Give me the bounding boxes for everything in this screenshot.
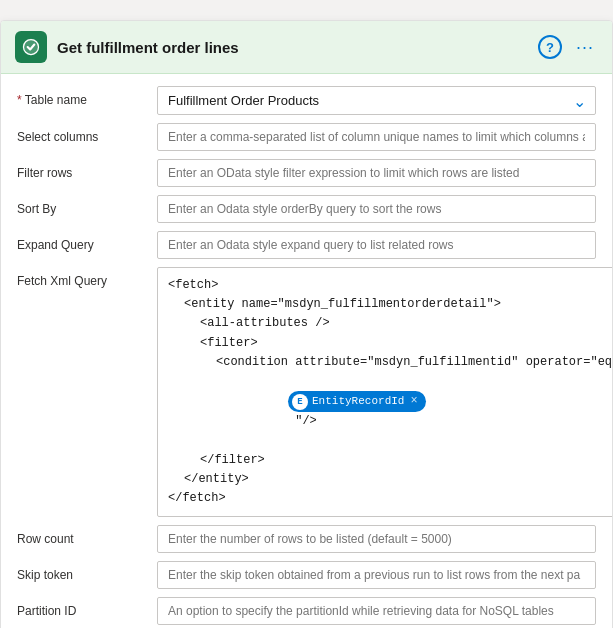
xml-line-8: </fetch> xyxy=(168,489,613,508)
token-icon: E xyxy=(292,394,308,410)
row-count-row: Row count xyxy=(17,525,596,553)
header-actions: ? ··· xyxy=(538,35,598,59)
filter-rows-input[interactable] xyxy=(157,159,596,187)
sort-by-label: Sort By xyxy=(17,195,157,218)
filter-rows-row: Filter rows xyxy=(17,159,596,187)
fetch-xml-label: Fetch Xml Query xyxy=(17,267,157,290)
help-button[interactable]: ? xyxy=(538,35,562,59)
expand-query-row: Expand Query xyxy=(17,231,596,259)
xml-line-4: <condition attribute="msdyn_fulfillmenti… xyxy=(168,353,613,372)
xml-line-2: <all-attributes /> xyxy=(168,314,613,333)
select-columns-row: Select columns xyxy=(17,123,596,151)
partition-id-row: Partition ID xyxy=(17,597,596,625)
app-icon xyxy=(15,31,47,63)
sort-by-row: Sort By xyxy=(17,195,596,223)
xml-suffix: "/> xyxy=(288,414,317,428)
select-columns-input[interactable] xyxy=(157,123,596,151)
row-count-label: Row count xyxy=(17,525,157,548)
xml-line-1: <entity name="msdyn_fulfillmentorderdeta… xyxy=(168,295,613,314)
xml-line-0: <fetch> xyxy=(168,276,613,295)
skip-token-row: Skip token xyxy=(17,561,596,589)
header-title: Get fulfillment order lines xyxy=(57,39,528,56)
row-count-input[interactable] xyxy=(157,525,596,553)
table-name-label: Table name xyxy=(17,86,157,109)
card-header: Get fulfillment order lines ? ··· xyxy=(1,21,612,74)
xml-line-6: </filter> xyxy=(168,451,613,470)
token-close-button[interactable]: × xyxy=(410,392,417,411)
fetch-xml-row: Fetch Xml Query <fetch> <entity name="ms… xyxy=(17,267,596,517)
table-name-select-wrapper: Fulfillment Order Products ⌄ xyxy=(157,86,596,115)
filter-rows-label: Filter rows xyxy=(17,159,157,182)
xml-line-3: <filter> xyxy=(168,334,613,353)
more-options-button[interactable]: ··· xyxy=(572,36,598,58)
table-name-select[interactable]: Fulfillment Order Products xyxy=(157,86,596,115)
xml-line-7: </entity> xyxy=(168,470,613,489)
table-name-row: Table name Fulfillment Order Products ⌄ xyxy=(17,86,596,115)
token-label: EntityRecordId xyxy=(312,393,404,411)
partition-id-label: Partition ID xyxy=(17,597,157,620)
select-columns-label: Select columns xyxy=(17,123,157,146)
sort-by-input[interactable] xyxy=(157,195,596,223)
xml-line-5: E EntityRecordId × "/> xyxy=(168,372,613,451)
expand-query-input[interactable] xyxy=(157,231,596,259)
partition-id-input[interactable] xyxy=(157,597,596,625)
card-container: Get fulfillment order lines ? ··· Table … xyxy=(0,20,613,628)
skip-token-input[interactable] xyxy=(157,561,596,589)
skip-token-label: Skip token xyxy=(17,561,157,584)
expand-query-label: Expand Query xyxy=(17,231,157,254)
fetch-xml-area[interactable]: <fetch> <entity name="msdyn_fulfillmento… xyxy=(157,267,613,517)
entity-record-id-token[interactable]: E EntityRecordId × xyxy=(288,391,426,412)
card-body: Table name Fulfillment Order Products ⌄ … xyxy=(1,74,612,628)
